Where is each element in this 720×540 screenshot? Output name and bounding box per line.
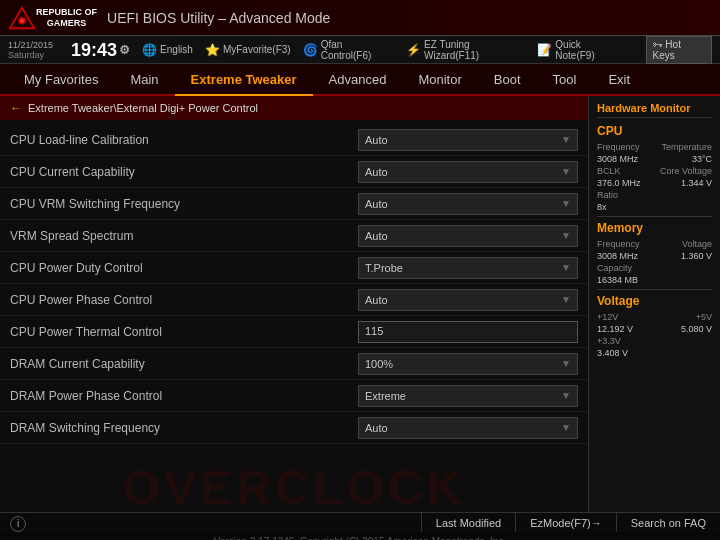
language-icon: 🌐 <box>142 43 157 57</box>
cpu-ratio-label: Ratio <box>597 190 618 200</box>
breadcrumb: ← Extreme Tweaker\External Digi+ Power C… <box>0 96 588 120</box>
footer-copyright: Version 2.17.1246. Copyright (C) 2015 Am… <box>0 532 720 540</box>
cpu-core-voltage-label: Core Voltage <box>660 166 712 176</box>
datetime: 11/21/2015 Saturday <box>8 40 53 60</box>
setting-row: VRM Spread SpectrumAuto▼ <box>0 220 588 252</box>
note-icon: 📝 <box>537 43 552 57</box>
day: Saturday <box>8 50 53 60</box>
setting-label: CPU Power Phase Control <box>10 293 358 307</box>
hotkeys-button[interactable]: 🗝 Hot Keys <box>646 36 712 64</box>
cpu-bclk-value: 376.0 MHz <box>597 178 641 188</box>
memory-capacity-value-row: 16384 MB <box>597 275 712 285</box>
info-icon[interactable]: i <box>10 516 26 532</box>
setting-row: CPU Current CapabilityAuto▼ <box>0 156 588 188</box>
content-area: ← Extreme Tweaker\External Digi+ Power C… <box>0 96 720 512</box>
setting-select[interactable]: Auto▼ <box>358 161 578 183</box>
clock: 19:43 ⚙ <box>71 41 130 59</box>
footer-info: i <box>0 513 421 532</box>
memory-section-title: Memory <box>597 221 712 235</box>
v12-label: +12V <box>597 312 618 322</box>
qfan-control-button[interactable]: 🌀 Qfan Control(F6) <box>303 39 394 61</box>
tab-monitor[interactable]: Monitor <box>402 64 477 96</box>
last-modified-button[interactable]: Last Modified <box>421 513 515 532</box>
setting-label: CPU VRM Switching Frequency <box>10 197 358 211</box>
tab-main[interactable]: Main <box>114 64 174 96</box>
memory-capacity-value: 16384 MB <box>597 275 638 285</box>
setting-select[interactable]: Extreme▼ <box>358 385 578 407</box>
tab-exit[interactable]: Exit <box>592 64 646 96</box>
v33-label: +3.3V <box>597 336 621 346</box>
footer-bar: i Last Modified EzMode(F7)→ Search on FA… <box>0 512 720 540</box>
setting-label: VRM Spread Spectrum <box>10 229 358 243</box>
v12-v5-values: 12.192 V 5.080 V <box>597 324 712 334</box>
v33-value: 3.408 V <box>597 348 628 358</box>
breadcrumb-text: Extreme Tweaker\External Digi+ Power Con… <box>28 102 258 114</box>
settings-list: CPU Load-line CalibrationAuto▼CPU Curren… <box>0 120 588 448</box>
cpu-section-title: CPU <box>597 124 712 138</box>
cpu-bclk-label: BCLK <box>597 166 621 176</box>
logo-text: REPUBLIC OF GAMERS <box>36 7 97 29</box>
setting-row: CPU Power Duty ControlT.Probe▼ <box>0 252 588 284</box>
setting-label: DRAM Switching Frequency <box>10 421 358 435</box>
settings-gear-icon[interactable]: ⚙ <box>119 44 130 56</box>
bg-watermark: OVERCLOCK <box>0 462 588 512</box>
v33-label-row: +3.3V <box>597 336 712 346</box>
setting-row: DRAM Switching FrequencyAuto▼ <box>0 412 588 444</box>
lightning-icon: ⚡ <box>406 43 421 57</box>
setting-label: CPU Power Thermal Control <box>10 325 358 339</box>
cpu-freq-temp-values: 3008 MHz 33°C <box>597 154 712 164</box>
tab-tool[interactable]: Tool <box>537 64 593 96</box>
logo: REPUBLIC OF GAMERS <box>8 5 97 31</box>
memory-frequency-label: Frequency <box>597 239 640 249</box>
hardware-monitor-panel: Hardware Monitor CPU Frequency Temperatu… <box>588 96 720 512</box>
v12-v5-labels: +12V +5V <box>597 312 712 322</box>
setting-select[interactable]: Auto▼ <box>358 225 578 247</box>
setting-select[interactable]: Auto▼ <box>358 289 578 311</box>
setting-select[interactable]: Auto▼ <box>358 193 578 215</box>
memory-freq-voltage-labels: Frequency Voltage <box>597 239 712 249</box>
tab-advanced[interactable]: Advanced <box>313 64 403 96</box>
header-title: UEFI BIOS Utility – Advanced Mode <box>107 10 712 26</box>
setting-select[interactable]: T.Probe▼ <box>358 257 578 279</box>
memory-voltage-label: Voltage <box>682 239 712 249</box>
tab-extreme-tweaker[interactable]: Extreme Tweaker <box>175 64 313 96</box>
copyright-text: Version 2.17.1246. Copyright (C) 2015 Am… <box>214 536 506 541</box>
cpu-temperature-label: Temperature <box>661 142 712 152</box>
setting-row: DRAM Power Phase ControlExtreme▼ <box>0 380 588 412</box>
back-arrow-icon[interactable]: ← <box>10 101 22 115</box>
setting-label: CPU Current Capability <box>10 165 358 179</box>
setting-input[interactable]: 115 <box>358 321 578 343</box>
tab-boot[interactable]: Boot <box>478 64 537 96</box>
fan-icon: 🌀 <box>303 43 318 57</box>
cpu-bclk-voltage-values: 376.0 MHz 1.344 V <box>597 178 712 188</box>
setting-select[interactable]: Auto▼ <box>358 417 578 439</box>
language-selector[interactable]: 🌐 English <box>142 43 193 57</box>
ez-mode-button[interactable]: EzMode(F7)→ <box>515 513 616 532</box>
ez-tuning-button[interactable]: ⚡ EZ Tuning Wizard(F11) <box>406 39 525 61</box>
hardware-monitor-title: Hardware Monitor <box>597 102 712 118</box>
cpu-frequency-value: 3008 MHz <box>597 154 638 164</box>
memory-capacity-label: Capacity <box>597 263 632 273</box>
main-panel: ← Extreme Tweaker\External Digi+ Power C… <box>0 96 588 512</box>
memory-freq-voltage-values: 3008 MHz 1.360 V <box>597 251 712 261</box>
setting-label: CPU Load-line Calibration <box>10 133 358 147</box>
my-favorite-button[interactable]: ⭐ MyFavorite(F3) <box>205 43 291 57</box>
setting-label: DRAM Power Phase Control <box>10 389 358 403</box>
setting-row: DRAM Current Capability100%▼ <box>0 348 588 380</box>
v33-value-row: 3.408 V <box>597 348 712 358</box>
date: 11/21/2015 <box>8 40 53 50</box>
header: REPUBLIC OF GAMERS UEFI BIOS Utility – A… <box>0 0 720 36</box>
quick-note-button[interactable]: 📝 Quick Note(F9) <box>537 39 621 61</box>
tab-my-favorites[interactable]: My Favorites <box>8 64 114 96</box>
memory-frequency-value: 3008 MHz <box>597 251 638 261</box>
cpu-ratio-value: 8x <box>597 202 607 212</box>
setting-select[interactable]: Auto▼ <box>358 129 578 151</box>
cpu-core-voltage-value: 1.344 V <box>681 178 712 188</box>
v12-value: 12.192 V <box>597 324 633 334</box>
memory-capacity-label-row: Capacity <box>597 263 712 273</box>
search-faq-button[interactable]: Search on FAQ <box>616 513 720 532</box>
cpu-ratio-value-row: 8x <box>597 202 712 212</box>
cpu-frequency-row: Frequency Temperature <box>597 142 712 152</box>
setting-select[interactable]: 100%▼ <box>358 353 578 375</box>
cpu-memory-divider <box>597 216 712 217</box>
